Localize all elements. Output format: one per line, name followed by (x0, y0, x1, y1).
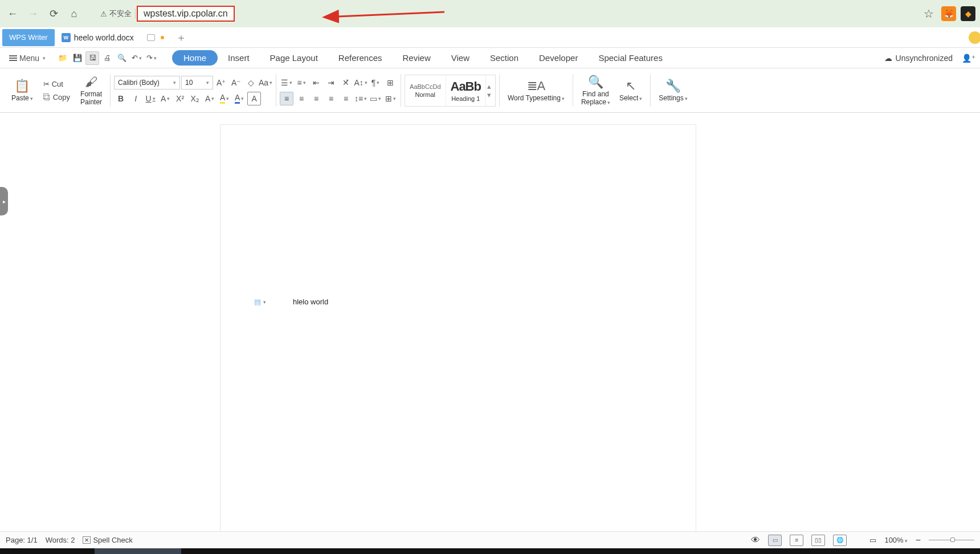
security-warning[interactable]: ⚠ 不安全 (97, 9, 136, 19)
zoom-slider[interactable] (929, 540, 974, 540)
shrink-font-button[interactable]: A⁻ (229, 76, 243, 89)
share-icon[interactable]: 👤⁺ (962, 54, 975, 63)
nav-forward-button[interactable]: → (25, 6, 41, 22)
tab-insert-label: Insert (228, 53, 250, 63)
cut-button[interactable]: ✂Cut (40, 79, 74, 89)
side-panel-handle[interactable]: ▸ (0, 187, 8, 215)
view-print-layout[interactable]: ▭ (768, 535, 782, 546)
show-marks-button[interactable]: ⊞ (383, 76, 397, 89)
new-tab-button[interactable]: ＋ (173, 30, 189, 46)
tab-section[interactable]: Section (480, 50, 529, 66)
redo-button[interactable]: ↷▾ (145, 51, 158, 65)
extension-metamask-icon[interactable]: 🦊 (941, 6, 956, 21)
italic-button[interactable]: I (129, 92, 142, 105)
user-avatar[interactable] (969, 31, 980, 44)
tab-special-features[interactable]: Special Features (588, 50, 673, 66)
view-outline[interactable]: ≡ (790, 535, 803, 546)
settings-button[interactable]: 🔧 Settings▾ (654, 78, 692, 103)
document-body-text[interactable]: hlelo world (293, 298, 328, 306)
line-break-button[interactable]: ¶▾ (369, 76, 382, 89)
grow-font-button[interactable]: A⁺ (214, 76, 228, 89)
app-name-tab[interactable]: WPS Writer (2, 29, 55, 46)
underline-button[interactable]: U▾ (144, 92, 157, 105)
find-replace-button[interactable]: 🔍 Find and Replace▾ (577, 74, 615, 107)
document-icon: W (62, 33, 71, 42)
change-case-button[interactable]: Aa▾ (259, 76, 272, 89)
print-preview-button[interactable]: 🔍 (115, 51, 129, 65)
tab-page-layout[interactable]: Page Layout (260, 50, 328, 66)
text-effects-button[interactable]: A▾ (203, 92, 217, 105)
tab-home[interactable]: Home (172, 50, 218, 66)
tab-review[interactable]: Review (393, 50, 441, 66)
tab-view[interactable]: View (441, 50, 480, 66)
align-center-button[interactable]: ≡ (295, 92, 308, 105)
bullets-button[interactable]: ☰▾ (280, 76, 293, 89)
clear-format-button[interactable]: ◇ (244, 76, 258, 89)
paste-button[interactable]: 📋 Paste▾ (7, 78, 38, 103)
document-tab[interactable]: W heelo world.docx (55, 27, 169, 48)
nav-reload-button[interactable]: ⟳ (46, 6, 62, 22)
bold-button[interactable]: B (114, 92, 128, 105)
select-button[interactable]: ↖ Select▾ (615, 78, 647, 103)
sort-button[interactable]: ✕̄ (339, 76, 353, 89)
nav-back-button[interactable]: ← (5, 6, 21, 22)
main-menu-button[interactable]: Menu ▾ (5, 51, 50, 65)
print-button[interactable]: 🖨 (100, 51, 114, 65)
save-as-button[interactable]: 🖫 (85, 51, 99, 65)
style-heading-1[interactable]: AaBb Heading 1 (446, 75, 486, 106)
document-canvas[interactable]: ▸ ▤ ▾ hlelo world (0, 113, 980, 531)
settings-label: Settings (659, 94, 683, 102)
zoom-slider-handle[interactable] (950, 537, 955, 542)
font-name-select[interactable]: Calibri (Body)▾ (114, 76, 180, 89)
paragraph-handle[interactable]: ▤ ▾ (254, 298, 266, 306)
format-painter-button[interactable]: 🖌 Format Painter (76, 74, 107, 107)
document-page[interactable] (220, 124, 696, 531)
address-bar[interactable]: ⚠ 不安全 wpstest.vip.cpolar.cn (91, 4, 912, 23)
highlight-button[interactable]: A▾ (218, 92, 231, 105)
tab-developer[interactable]: Developer (529, 50, 588, 66)
zoom-percent[interactable]: 100%▾ (884, 536, 907, 544)
numbering-button[interactable]: ≡▾ (295, 76, 308, 89)
status-spellcheck[interactable]: ✕ Spell Check (83, 536, 132, 544)
view-web[interactable]: 🌐 (833, 535, 847, 546)
align-distribute-button[interactable]: ≡ (339, 92, 353, 105)
character-border-button[interactable]: A (247, 92, 261, 105)
align-right-button[interactable]: ≡ (309, 92, 323, 105)
zoom-value: 100% (884, 536, 903, 544)
line-spacing-button[interactable]: ↕≡▾ (354, 92, 368, 105)
eye-icon[interactable]: 👁 (751, 535, 760, 545)
tab-references[interactable]: References (328, 50, 393, 66)
browser-toolbar: ← → ⟳ ⌂ ⚠ 不安全 wpstest.vip.cpolar.cn ☆ 🦊 … (0, 0, 980, 27)
tab-insert[interactable]: Insert (218, 50, 260, 66)
superscript-button[interactable]: X² (173, 92, 187, 105)
fit-page-icon[interactable]: ▭ (869, 536, 876, 544)
presentation-mode-icon[interactable] (147, 34, 155, 41)
decrease-indent-button[interactable]: ⇤ (309, 76, 323, 89)
open-folder-button[interactable]: 📁 (56, 51, 70, 65)
save-button[interactable]: 💾 (71, 51, 84, 65)
shading-button[interactable]: ▭▾ (369, 92, 382, 105)
status-words[interactable]: Words: 2 (46, 536, 75, 544)
bookmark-star-icon[interactable]: ☆ (921, 7, 937, 21)
extension-icon-2[interactable]: ◆ (961, 6, 975, 21)
text-direction-button[interactable]: A↕▾ (354, 76, 368, 89)
word-typesetting-button[interactable]: ≣A Word Typesetting▾ (503, 78, 569, 103)
sync-status[interactable]: ☁ Unsynchronized 👤⁺ (884, 54, 975, 63)
undo-button[interactable]: ↶▾ (130, 51, 144, 65)
style-normal[interactable]: AaBbCcDd Normal (405, 75, 446, 106)
copy-button[interactable]: ⿻Copy (40, 92, 74, 103)
subscript-button[interactable]: X₂ (188, 92, 202, 105)
align-left-button[interactable]: ≡ (280, 92, 293, 105)
font-color2-button[interactable]: A▾ (232, 92, 246, 105)
align-justify-button[interactable]: ≡ (324, 92, 338, 105)
view-reading[interactable]: ▯▯ (811, 535, 825, 546)
status-page[interactable]: Page: 1/1 (6, 536, 38, 544)
styles-expand-button[interactable]: ▴▾ (486, 80, 495, 101)
font-color-button[interactable]: A▾ (158, 92, 172, 105)
nav-home-button[interactable]: ⌂ (66, 6, 82, 22)
taskbar-app-item[interactable] (95, 548, 181, 554)
borders-button[interactable]: ⊞▾ (383, 92, 397, 105)
zoom-out-button[interactable]: − (916, 535, 921, 545)
font-size-select[interactable]: 10▾ (181, 76, 213, 89)
increase-indent-button[interactable]: ⇥ (324, 76, 338, 89)
